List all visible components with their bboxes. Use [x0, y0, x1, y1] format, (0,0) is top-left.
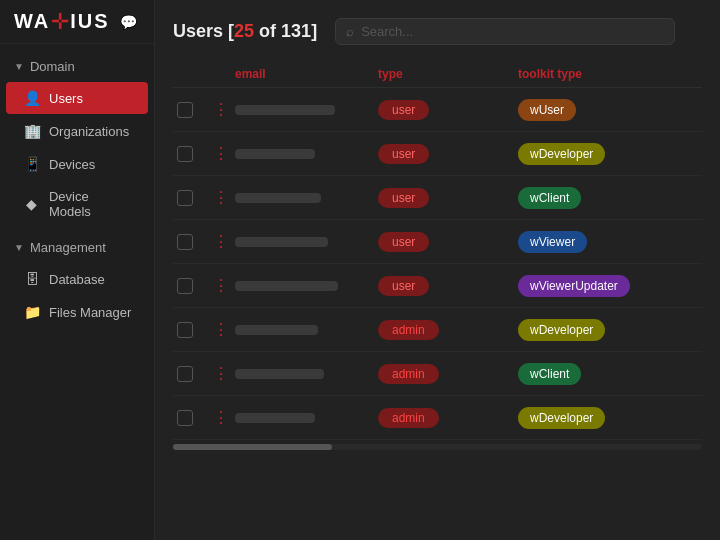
- table-header: email type toolkit type: [173, 61, 702, 88]
- toolkit-badge: wClient: [518, 363, 581, 385]
- table-row: ⋮ user wDeveloper: [173, 132, 702, 176]
- row-checkbox[interactable]: [177, 278, 193, 294]
- toolkit-cell: wDeveloper: [518, 407, 698, 429]
- organizations-icon: 🏢: [24, 123, 40, 139]
- table-row: ⋮ admin wClient: [173, 352, 702, 396]
- content-header: Users [25 of 131] ⌕: [173, 18, 702, 45]
- sidebar-item-files-manager[interactable]: 📁 Files Manager: [6, 296, 148, 328]
- row-menu[interactable]: ⋮: [207, 408, 235, 427]
- toolkit-badge: wViewer: [518, 231, 587, 253]
- sidebar-item-users[interactable]: 👤 Users: [6, 82, 148, 114]
- type-badge: admin: [378, 320, 439, 340]
- type-cell: admin: [378, 408, 518, 428]
- main-content: Users [25 of 131] ⌕ email type toolkit t…: [155, 0, 720, 540]
- row-checkbox[interactable]: [177, 366, 193, 382]
- search-icon: ⌕: [346, 24, 354, 39]
- type-badge: user: [378, 232, 429, 252]
- page-title: Users [25 of 131]: [173, 21, 317, 42]
- management-label: Management: [30, 240, 106, 255]
- sidebar-nav: ▼ Domain 👤 Users 🏢 Organizations 📱 Devic…: [0, 44, 154, 540]
- toolkit-badge: wDeveloper: [518, 319, 605, 341]
- scrollbar-thumb[interactable]: [173, 444, 332, 450]
- toolkit-cell: wDeveloper: [518, 319, 698, 341]
- email-column-header: email: [235, 67, 378, 81]
- row-checkbox[interactable]: [177, 322, 193, 338]
- email-cell: [235, 105, 335, 115]
- type-cell: user: [378, 100, 518, 120]
- toolkit-cell: wUser: [518, 99, 698, 121]
- email-cell: [235, 193, 321, 203]
- horizontal-scrollbar[interactable]: [173, 444, 702, 450]
- sidebar-item-devices[interactable]: 📱 Devices: [6, 148, 148, 180]
- type-badge: user: [378, 188, 429, 208]
- management-section-header[interactable]: ▼ Management: [0, 233, 154, 262]
- checkbox-header-col: [177, 67, 207, 81]
- type-cell: user: [378, 188, 518, 208]
- logo: WA ✛ IUS 💬: [0, 0, 154, 44]
- row-menu[interactable]: ⋮: [207, 232, 235, 251]
- logo-text-wa: WA: [14, 10, 50, 33]
- toolkit-cell: wClient: [518, 363, 698, 385]
- email-cell: [235, 281, 338, 291]
- row-menu[interactable]: ⋮: [207, 364, 235, 383]
- sidebar-item-devices-label: Devices: [49, 157, 95, 172]
- toolkit-column-header: toolkit type: [518, 67, 698, 81]
- chat-icon: 💬: [120, 14, 137, 30]
- search-input[interactable]: [361, 24, 664, 39]
- table-row: ⋮ admin wDeveloper: [173, 308, 702, 352]
- sidebar-item-device-models[interactable]: ◆ Device Models: [6, 181, 148, 227]
- count-total: 131: [281, 21, 311, 41]
- email-cell: [235, 413, 315, 423]
- device-models-icon: ◆: [24, 196, 40, 212]
- toolkit-cell: wClient: [518, 187, 698, 209]
- type-cell: user: [378, 276, 518, 296]
- table-row: ⋮ user wClient: [173, 176, 702, 220]
- sidebar-item-device-models-label: Device Models: [49, 189, 134, 219]
- logo-plus-icon: ✛: [51, 9, 69, 35]
- email-cell: [235, 149, 315, 159]
- sidebar-item-organizations-label: Organizations: [49, 124, 129, 139]
- table-row: ⋮ user wUser: [173, 88, 702, 132]
- search-box[interactable]: ⌕: [335, 18, 675, 45]
- table-row: ⋮ user wViewer: [173, 220, 702, 264]
- row-checkbox[interactable]: [177, 190, 193, 206]
- files-manager-icon: 📁: [24, 304, 40, 320]
- row-menu[interactable]: ⋮: [207, 188, 235, 207]
- row-checkbox[interactable]: [177, 102, 193, 118]
- toolkit-badge: wClient: [518, 187, 581, 209]
- domain-section-header[interactable]: ▼ Domain: [0, 52, 154, 81]
- row-checkbox[interactable]: [177, 234, 193, 250]
- toolkit-badge: wUser: [518, 99, 576, 121]
- type-cell: user: [378, 144, 518, 164]
- chevron-icon: ▼: [14, 61, 24, 72]
- sidebar-item-files-manager-label: Files Manager: [49, 305, 131, 320]
- row-menu[interactable]: ⋮: [207, 320, 235, 339]
- type-badge: user: [378, 100, 429, 120]
- row-menu[interactable]: ⋮: [207, 276, 235, 295]
- sidebar-item-users-label: Users: [49, 91, 83, 106]
- row-checkbox[interactable]: [177, 146, 193, 162]
- type-badge: admin: [378, 408, 439, 428]
- type-cell: admin: [378, 320, 518, 340]
- toolkit-badge: wDeveloper: [518, 143, 605, 165]
- type-badge: admin: [378, 364, 439, 384]
- users-table: email type toolkit type ⋮ user wUser ⋮ u…: [173, 61, 702, 530]
- domain-label: Domain: [30, 59, 75, 74]
- sidebar-item-organizations[interactable]: 🏢 Organizations: [6, 115, 148, 147]
- row-menu[interactable]: ⋮: [207, 144, 235, 163]
- email-cell: [235, 325, 318, 335]
- type-cell: user: [378, 232, 518, 252]
- devices-icon: 📱: [24, 156, 40, 172]
- row-checkbox[interactable]: [177, 410, 193, 426]
- toolkit-cell: wDeveloper: [518, 143, 698, 165]
- toolkit-badge: wViewerUpdater: [518, 275, 630, 297]
- menu-header-col: [207, 67, 235, 81]
- type-badge: user: [378, 276, 429, 296]
- sidebar: WA ✛ IUS 💬 ▼ Domain 👤 Users 🏢 Organizati…: [0, 0, 155, 540]
- sidebar-item-database[interactable]: 🗄 Database: [6, 263, 148, 295]
- page-title-text: Users: [173, 21, 223, 41]
- count-current: 25: [234, 21, 254, 41]
- users-icon: 👤: [24, 90, 40, 106]
- logo-text-ius: IUS: [70, 10, 109, 33]
- row-menu[interactable]: ⋮: [207, 100, 235, 119]
